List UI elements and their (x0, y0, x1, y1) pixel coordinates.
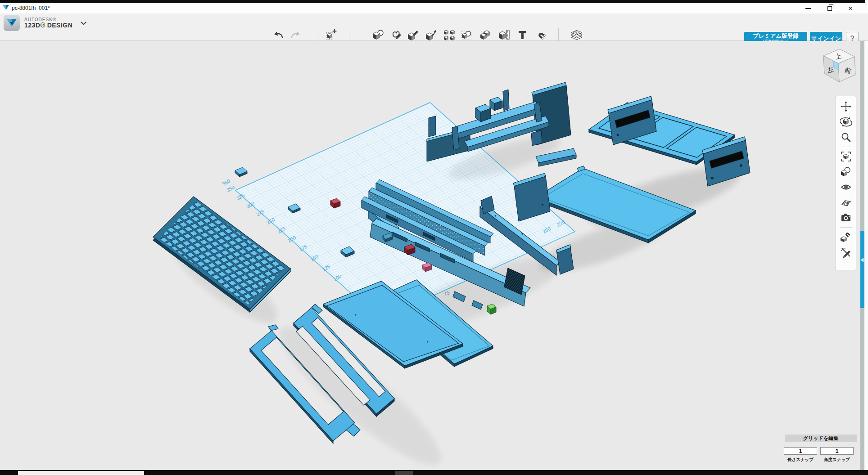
fit-view-tool[interactable] (839, 150, 853, 163)
svg-text:360: 360 (221, 178, 231, 187)
model-part-small-tile[interactable] (235, 167, 247, 177)
undo-button[interactable] (272, 29, 285, 41)
svg-text:350: 350 (226, 184, 235, 193)
brand-logo (4, 15, 20, 31)
app-logo-icon (3, 5, 9, 10)
taskbar-window-item[interactable] (18, 471, 144, 475)
window-right-gutter (864, 41, 868, 470)
taskbar (0, 470, 868, 475)
window-top-edge (0, 0, 865, 3)
snap-toggle-tool[interactable] (839, 230, 853, 244)
parts-panel-tab[interactable] (860, 231, 864, 308)
toolbar-separator (314, 28, 314, 41)
restore-icon (827, 6, 832, 11)
view-mode-tool[interactable] (839, 165, 853, 179)
sketch-tool-button[interactable] (390, 29, 402, 41)
material-tool-button[interactable] (571, 29, 583, 41)
close-button[interactable]: × (840, 3, 861, 13)
angle-snap-label: 角度スナップ (820, 457, 854, 463)
primitives-tool-button[interactable] (372, 29, 384, 41)
toolbar-separator (349, 28, 349, 41)
toolbar-separator (840, 147, 852, 147)
length-snap-input[interactable] (784, 447, 817, 455)
length-snap-label: 長さスナップ (784, 457, 817, 463)
brand-triangle-icon (6, 18, 17, 28)
pattern-tool-button[interactable] (443, 29, 456, 41)
app-menu[interactable]: AUTODESK® 123D® DESIGN (4, 15, 85, 31)
titlebar: pc-8801fh_001* × (0, 0, 868, 13)
construct-tool-button[interactable] (407, 29, 420, 41)
taskbar-item[interactable] (395, 471, 413, 475)
grouping-tool-button[interactable] (461, 29, 473, 41)
premium-button-label: プレミアム版登録 (744, 32, 807, 40)
document-title: pc-8801fh_001* (12, 5, 50, 11)
redo-button[interactable] (289, 29, 302, 41)
model-part-green-block[interactable] (487, 304, 496, 314)
modify-tool-button[interactable] (425, 29, 438, 41)
screenshot-tool[interactable] (839, 211, 853, 224)
toolbar-separator (558, 28, 559, 41)
sketch-visibility-tool[interactable] (839, 246, 853, 259)
minimize-icon (805, 8, 811, 9)
close-icon: × (848, 4, 853, 12)
text-tool-button[interactable] (516, 29, 529, 41)
snap-tool-button[interactable] (534, 29, 547, 41)
navigation-toolbar (836, 96, 856, 270)
transform-tool-button[interactable] (325, 29, 337, 41)
combine-tool-button[interactable] (479, 29, 492, 41)
view-cube[interactable]: 上 左 前 (817, 44, 860, 89)
orbit-tool[interactable] (839, 115, 853, 129)
pan-tool[interactable] (839, 100, 853, 113)
visibility-tool[interactable] (839, 180, 853, 194)
minimize-button[interactable] (798, 3, 818, 13)
grid-visibility-tool[interactable] (839, 196, 853, 209)
app-window: pc-8801fh_001* × AUTODESK® 123D® DESIGN (0, 0, 868, 475)
zoom-tool[interactable] (839, 130, 853, 144)
toolbar-separator (840, 227, 852, 228)
main-toolbar: AUTODESK® 123D® DESIGN (0, 13, 868, 41)
angle-snap-input[interactable] (820, 447, 854, 455)
panel-expand-arrow-icon[interactable] (861, 258, 863, 262)
edit-grid-button[interactable]: グリッドを編集 (785, 435, 857, 442)
restore-button[interactable] (819, 3, 840, 13)
model-scene[interactable]: 360 350 325 300 275 250 225 200 175 150 … (0, 41, 868, 470)
chevron-down-icon[interactable] (81, 19, 87, 25)
grid-settings-panel: グリッドを編集 長さスナップ 角度スナップ (783, 435, 858, 463)
brand-product: 123D® DESIGN (24, 22, 72, 29)
measure-tool-button[interactable] (498, 29, 511, 41)
brand-text: AUTODESK® 123D® DESIGN (24, 17, 72, 29)
viewport-3d[interactable]: 360 350 325 300 275 250 225 200 175 150 … (0, 41, 868, 470)
